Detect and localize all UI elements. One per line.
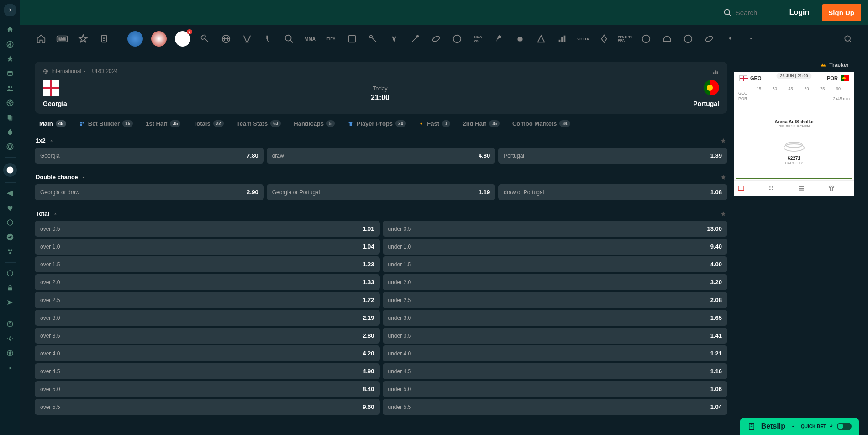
odds-cell-over[interactable]: over 4.04.20 — [35, 345, 380, 361]
login-button[interactable]: Login — [784, 5, 815, 20]
odds-cell[interactable]: Portugal1.39 — [498, 148, 727, 164]
sports-doc-icon[interactable] — [98, 32, 110, 45]
market-tab-player-props[interactable]: Player Props20 — [347, 120, 406, 127]
sidebar-golf[interactable] — [5, 363, 15, 373]
sidebar-coins[interactable] — [5, 69, 15, 79]
sports-euro-icon[interactable] — [127, 31, 143, 47]
market-tab-1st-half[interactable]: 1st Half35 — [146, 120, 180, 127]
sidebar-home[interactable] — [5, 25, 15, 35]
sports-volleyball-icon[interactable] — [451, 32, 463, 45]
market-tab-combo-markets[interactable]: Combo Markets34 — [512, 120, 570, 127]
odds-cell-under[interactable]: under 3.51.41 — [383, 328, 728, 344]
sidebar-soccer[interactable] — [3, 163, 17, 177]
market-tab-2nd-half[interactable]: 2nd Half15 — [463, 120, 500, 127]
market-total-header[interactable]: Total — [35, 207, 727, 221]
market-tab-handicaps[interactable]: Handicaps5 — [294, 120, 334, 127]
odds-cell-under[interactable]: under 2.52.08 — [383, 292, 728, 308]
sidebar-coin[interactable] — [5, 268, 15, 278]
odds-cell-over[interactable]: over 3.52.80 — [35, 328, 380, 344]
pin-icon[interactable] — [720, 138, 726, 144]
odds-cell-over[interactable]: over 3.02.19 — [35, 310, 380, 326]
odds-cell[interactable]: draw or Portugal1.08 — [498, 184, 727, 200]
odds-cell-over[interactable]: over 4.54.90 — [35, 363, 380, 379]
tracker-tab-lineup[interactable] — [764, 181, 794, 196]
market-dc-header[interactable]: Double chance — [35, 170, 727, 184]
sports-cricket-icon[interactable] — [367, 32, 379, 45]
odds-cell[interactable]: Georgia7.80 — [35, 148, 264, 164]
sports-copa-icon[interactable] — [151, 31, 167, 47]
market-tab-bet-builder[interactable]: Bet Builder15 — [79, 120, 133, 127]
sports-more-icon[interactable] — [724, 32, 736, 45]
sidebar-promo[interactable] — [5, 188, 15, 198]
sports-home-icon[interactable] — [35, 32, 47, 45]
sports-billiards-icon[interactable] — [535, 32, 547, 45]
match-stats-icon[interactable] — [712, 68, 719, 75]
sports-efootball-icon[interactable] — [682, 32, 694, 45]
sports-nba2k-icon[interactable]: NBA2K — [472, 32, 484, 45]
odds-cell-under[interactable]: under 5.51.04 — [383, 399, 728, 415]
sports-soccer-main[interactable]: 6 — [175, 31, 190, 47]
sidebar-hand-heart[interactable] — [5, 203, 15, 213]
market-tab-fast[interactable]: Fast1 — [419, 120, 450, 127]
sidebar-target[interactable] — [5, 334, 15, 344]
sidebar-spades[interactable] — [5, 127, 15, 137]
sidebar-star[interactable] — [5, 54, 15, 64]
odds-cell-under[interactable]: under 3.01.65 — [383, 310, 728, 326]
sidebar-lock[interactable] — [5, 283, 15, 293]
market-tab-totals[interactable]: Totals22 — [193, 120, 223, 127]
market-1x2-header[interactable]: 1x2 — [35, 133, 727, 148]
sidebar-telegram[interactable] — [5, 232, 15, 242]
pin-icon[interactable] — [720, 174, 726, 180]
odds-cell-under[interactable]: under 4.51.16 — [383, 363, 728, 379]
sidebar-soccer2[interactable] — [5, 348, 15, 358]
sports-futsal-icon[interactable] — [640, 32, 652, 45]
odds-cell-under[interactable]: under 0.513.00 — [383, 221, 728, 237]
sports-volta-icon[interactable]: VOLTA — [577, 32, 589, 45]
search-input[interactable] — [736, 9, 777, 16]
tracker-tab-shirt[interactable] — [824, 181, 854, 196]
odds-cell-under[interactable]: under 1.09.40 — [383, 239, 728, 255]
sports-stats-icon[interactable] — [556, 32, 568, 45]
tracker-tab-pitch[interactable] — [734, 181, 764, 196]
sports-handball-icon[interactable] — [598, 32, 610, 45]
sports-star-icon[interactable] — [77, 32, 89, 45]
tracker-tab-stats[interactable] — [794, 181, 824, 196]
sports-basketball-icon[interactable] — [220, 32, 232, 45]
odds-cell-over[interactable]: over 5.08.40 — [35, 381, 380, 397]
sidebar-money[interactable] — [5, 39, 15, 49]
odds-cell-over[interactable]: over 0.51.01 — [35, 221, 380, 237]
odds-cell[interactable]: Georgia or Portugal1.19 — [267, 184, 496, 200]
sports-hockey-icon[interactable] — [241, 32, 253, 45]
sidebar-community[interactable] — [5, 247, 15, 257]
sidebar-chip[interactable] — [5, 142, 15, 152]
sports-dota-icon[interactable] — [346, 32, 358, 45]
market-tab-team-stats[interactable]: Team Stats63 — [237, 120, 281, 127]
odds-cell-over[interactable]: over 5.59.60 — [35, 399, 380, 415]
sports-tennis-icon[interactable] — [199, 32, 211, 45]
sports-live-icon[interactable]: LIVE — [56, 32, 68, 45]
sports-boxing-icon[interactable] — [514, 32, 526, 45]
sports-helmet-icon[interactable] — [661, 32, 673, 45]
odds-cell[interactable]: draw4.80 — [267, 148, 496, 164]
betslip-bar[interactable]: Betslip QUICK BET — [740, 418, 859, 421]
odds-cell-over[interactable]: over 2.51.72 — [35, 292, 380, 308]
sports-baseball-icon[interactable] — [409, 32, 421, 45]
sports-dropdown-icon[interactable] — [745, 32, 758, 45]
sidebar-ball[interactable] — [5, 218, 15, 228]
sports-penalty-icon[interactable]: PENALTYFIFA — [619, 32, 631, 45]
sports-tabletennis-icon[interactable] — [283, 32, 295, 45]
sidebar-cards[interactable] — [5, 112, 15, 122]
sidebar-help[interactable] — [5, 319, 15, 329]
sports-cs-icon[interactable] — [262, 32, 274, 45]
sports-mma-icon[interactable]: MMA — [304, 32, 316, 45]
market-tab-main[interactable]: Main45 — [39, 120, 66, 127]
odds-cell-under[interactable]: under 4.01.21 — [383, 345, 728, 361]
header-search[interactable] — [723, 8, 777, 17]
sports-rugby-icon[interactable] — [703, 32, 715, 45]
sports-lol-icon[interactable] — [388, 32, 400, 45]
sidebar-wheel[interactable] — [5, 98, 15, 108]
odds-cell-over[interactable]: over 2.01.33 — [35, 274, 380, 290]
sports-fifa-icon[interactable]: FIFA — [325, 32, 337, 45]
pin-icon[interactable] — [720, 211, 726, 217]
odds-cell-over[interactable]: over 1.51.23 — [35, 256, 380, 272]
